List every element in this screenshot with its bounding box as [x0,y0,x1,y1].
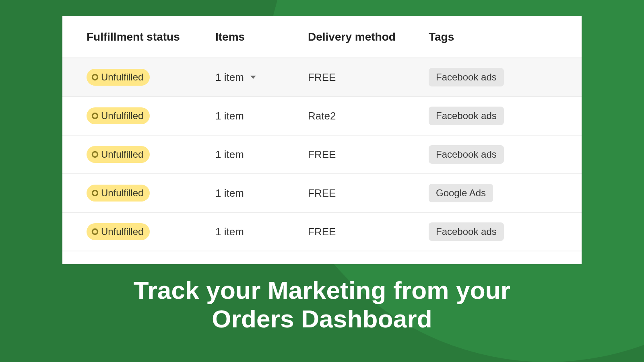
col-header-fulfillment[interactable]: Fulfillment status [87,31,215,43]
fulfillment-status-label: Unfulfilled [101,226,143,237]
fulfillment-status-label: Unfulfilled [101,110,143,121]
delivery-method-label: Rate2 [308,110,429,122]
promo-headline: Track your Marketing from your Orders Da… [0,276,644,333]
delivery-method-label: FREE [308,148,429,161]
table-row[interactable]: Unfulfilled 1 item FREE Google Ads [62,174,582,213]
fulfillment-status-label: Unfulfilled [101,72,143,83]
orders-table-panel: Fulfillment status Items Delivery method… [62,16,582,264]
fulfillment-status-pill: Unfulfilled [87,146,150,163]
caret-down-icon [250,74,257,80]
unfulfilled-icon [91,112,99,119]
delivery-method-label: FREE [308,187,429,200]
headline-mid: from your [386,276,511,304]
tag-label: Google Ads [436,187,486,199]
items-cell[interactable]: 1 item [215,148,308,161]
fulfillment-status-label: Unfulfilled [101,149,143,160]
tag-label: Facebook ads [436,72,497,83]
table-row[interactable]: Unfulfilled 1 item Rate2 Facebook ads [62,97,582,136]
svg-point-0 [93,75,98,80]
headline-line-1: Track your Marketing from your [56,276,588,304]
col-header-delivery[interactable]: Delivery method [308,31,429,43]
unfulfilled-icon [91,228,99,235]
tag-label: Facebook ads [436,110,497,121]
unfulfilled-icon [91,189,99,197]
items-count-label: 1 item [215,226,244,238]
tag-chip[interactable]: Facebook ads [429,145,504,164]
headline-prefix: Track your [134,276,268,304]
headline-emph: Marketing [268,276,386,304]
tag-chip[interactable]: Facebook ads [429,222,504,241]
fulfillment-status-pill: Unfulfilled [87,223,150,240]
svg-point-4 [93,229,98,234]
items-cell[interactable]: 1 item [215,110,308,122]
table-row[interactable]: Unfulfilled 1 item FREE Facebook ads [62,58,582,97]
table-row[interactable]: Unfulfilled 1 item FREE Facebook ads [62,213,582,251]
unfulfilled-icon [91,151,99,158]
items-cell[interactable]: 1 item [215,71,308,84]
items-count-label: 1 item [215,71,244,84]
items-count-label: 1 item [215,148,244,161]
tag-label: Facebook ads [436,226,497,237]
table-body: Unfulfilled 1 item FREE Facebook ads Unf… [62,58,582,251]
svg-point-3 [93,191,98,196]
svg-point-2 [93,152,98,157]
tag-chip[interactable]: Facebook ads [429,68,504,86]
delivery-method-label: FREE [308,71,429,84]
tag-chip[interactable]: Google Ads [429,184,493,202]
table-header-row: Fulfillment status Items Delivery method… [62,16,582,58]
items-cell[interactable]: 1 item [215,226,308,238]
fulfillment-status-pill: Unfulfilled [87,107,150,124]
col-header-items[interactable]: Items [215,31,308,43]
tag-label: Facebook ads [436,149,497,160]
fulfillment-status-label: Unfulfilled [101,187,143,199]
delivery-method-label: FREE [308,226,429,238]
fulfillment-status-pill: Unfulfilled [87,185,150,202]
col-header-tags[interactable]: Tags [429,31,557,43]
headline-line-2: Orders Dashboard [56,304,588,333]
fulfillment-status-pill: Unfulfilled [87,69,150,86]
unfulfilled-icon [91,74,99,81]
tag-chip[interactable]: Facebook ads [429,107,504,125]
table-row[interactable]: Unfulfilled 1 item FREE Facebook ads [62,136,582,174]
items-count-label: 1 item [215,187,244,200]
items-cell[interactable]: 1 item [215,187,308,200]
items-count-label: 1 item [215,110,244,122]
svg-point-1 [93,113,98,119]
